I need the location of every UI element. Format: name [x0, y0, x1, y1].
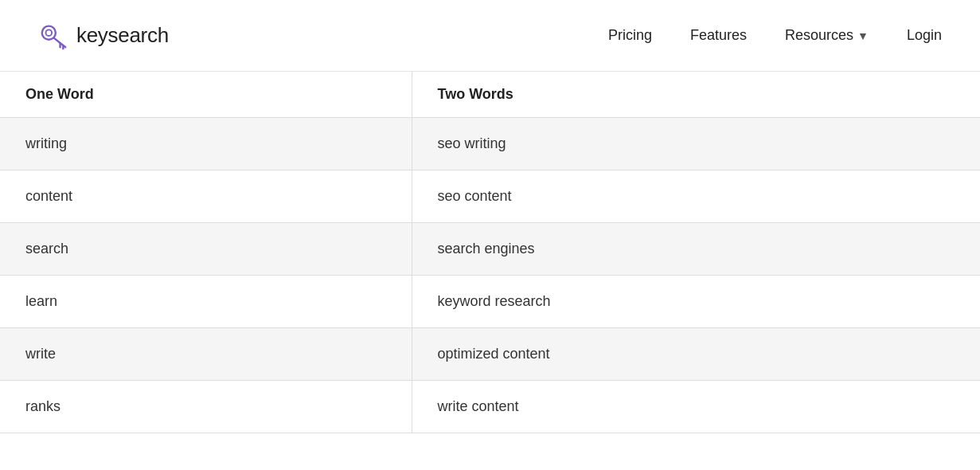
nav-pricing[interactable]: Pricing — [608, 27, 652, 44]
col1-header: One Word — [0, 72, 412, 118]
keyword-table-container: One Word Two Words writingseo writingcon… — [0, 72, 980, 433]
col2-cell: keyword research — [412, 276, 980, 328]
table-row: writeoptimized content — [0, 328, 980, 381]
col1-cell: content — [0, 170, 412, 223]
table-row: rankswrite content — [0, 381, 980, 433]
col2-cell: search engines — [412, 223, 980, 276]
col2-cell: seo writing — [412, 118, 980, 170]
col1-cell: ranks — [0, 381, 412, 433]
col2-header: Two Words — [412, 72, 980, 118]
keyword-table: One Word Two Words writingseo writingcon… — [0, 72, 980, 433]
table-row: writingseo writing — [0, 118, 980, 170]
nav-login[interactable]: Login — [907, 27, 942, 44]
chevron-down-icon: ▼ — [857, 29, 869, 42]
logo-link[interactable]: keysearch — [38, 21, 169, 51]
site-header: keysearch Pricing Features Resources ▼ L… — [0, 0, 980, 72]
nav-resources[interactable]: Resources ▼ — [785, 27, 869, 44]
svg-point-1 — [46, 29, 53, 36]
col1-cell: writing — [0, 118, 412, 170]
nav-features[interactable]: Features — [690, 27, 747, 44]
col2-cell: optimized content — [412, 328, 980, 381]
table-row: learnkeyword research — [0, 276, 980, 328]
col2-cell: write content — [412, 381, 980, 433]
logo-text: keysearch — [76, 23, 169, 48]
col1-cell: search — [0, 223, 412, 276]
col2-cell: seo content — [412, 170, 980, 223]
table-row: contentseo content — [0, 170, 980, 223]
main-nav: Pricing Features Resources ▼ Login — [608, 27, 942, 44]
logo-icon — [38, 21, 68, 51]
table-header-row: One Word Two Words — [0, 72, 980, 118]
col1-cell: learn — [0, 276, 412, 328]
table-row: searchsearch engines — [0, 223, 980, 276]
col1-cell: write — [0, 328, 412, 381]
